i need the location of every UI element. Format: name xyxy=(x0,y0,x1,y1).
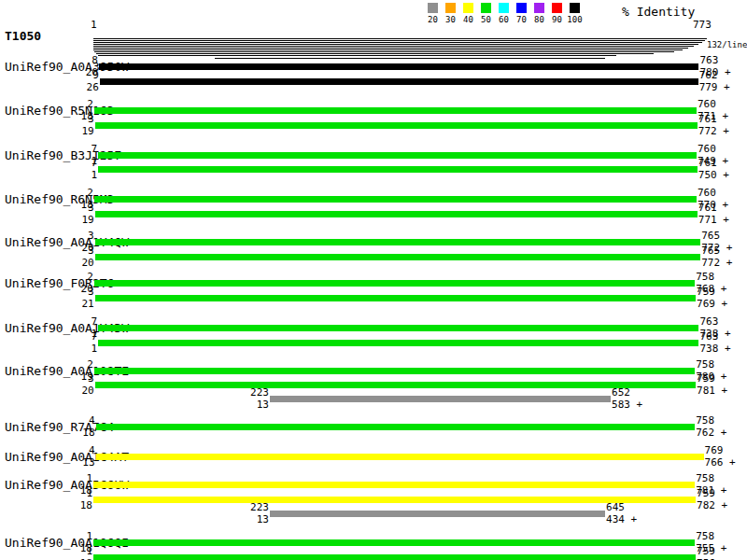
query-end-coord: 758 xyxy=(696,273,714,282)
alignment-bar xyxy=(93,554,696,560)
legend-color-swatch xyxy=(463,3,473,13)
query-start-coord: 8 xyxy=(60,56,98,65)
legend-color-swatch xyxy=(516,3,527,13)
alignment-bar xyxy=(98,152,697,159)
ruler-hatch-line xyxy=(93,46,694,47)
query-start-tick: 1 xyxy=(91,19,97,31)
query-start-coord: 3 xyxy=(56,246,94,256)
alignment-bar xyxy=(94,196,697,203)
ruler-hatch-line xyxy=(96,53,654,54)
alignment-bar xyxy=(96,454,704,460)
ruler-hatch-line xyxy=(93,42,702,43)
query-end-coord: 769 xyxy=(705,446,724,455)
legend-pct-value: 20 xyxy=(424,15,442,24)
query-start-coord: 7 xyxy=(59,317,97,327)
legend-pct-value: 90 xyxy=(548,15,566,24)
legend-title: % Identity xyxy=(622,5,695,19)
query-end-coord: 763 xyxy=(699,317,718,327)
hit-end-coord-and-strand: 772 + xyxy=(701,259,732,268)
query-start-coord: 1 xyxy=(54,547,92,556)
query-start-coord: 223 xyxy=(231,388,269,398)
hit-start-coord: 19 xyxy=(56,127,94,136)
hit-start-coord: 20 xyxy=(56,386,94,396)
alignment-bar xyxy=(98,325,698,331)
query-start-coord: 2 xyxy=(55,100,93,109)
hit-end-coord-and-strand: 762 + xyxy=(696,428,726,438)
query-start-coord: 2 xyxy=(55,360,93,370)
query-start-coord: 4 xyxy=(57,416,95,426)
query-end-coord: 763 xyxy=(699,56,718,65)
query-end-coord: 765 xyxy=(701,246,720,256)
hit-start-coord: 21 xyxy=(56,300,94,309)
alignment-bar xyxy=(94,368,695,374)
query-end-coord: 763 xyxy=(699,332,718,342)
legend-color-swatch xyxy=(570,3,580,13)
query-end-coord: 760 xyxy=(698,100,716,109)
alignment-bar xyxy=(100,78,698,85)
query-start-coord: 223 xyxy=(231,503,269,512)
query-start-coord: 7 xyxy=(59,145,97,154)
legend-pct-value: 60 xyxy=(495,15,513,24)
hit-start-coord: 18 xyxy=(57,428,95,438)
hit-start-coord: 13 xyxy=(231,515,269,525)
legend-color-swatch xyxy=(534,3,544,13)
hit-start-coord: 1 xyxy=(59,171,97,180)
alignment-bar xyxy=(95,295,696,301)
query-start-coord: 1 xyxy=(54,532,92,541)
query-start-coord: 3 xyxy=(56,231,94,241)
alignment-bar xyxy=(93,539,695,546)
query-start-coord: 3 xyxy=(56,203,94,213)
query-end-coord: 759 xyxy=(697,374,715,384)
query-start-coord: 1 xyxy=(54,474,92,483)
query-start-coord: 7 xyxy=(59,332,97,342)
ruler-hatch-line xyxy=(93,48,688,49)
query-end-coord: 758 xyxy=(696,474,714,483)
hit-end-coord-and-strand: 766 + xyxy=(705,458,736,468)
hit-end-coord-and-strand: 771 + xyxy=(698,216,729,225)
alignment-hit-map: T1050 % Identity 2030405060708090100 1 7… xyxy=(0,0,747,560)
legend-pct-value: 80 xyxy=(530,15,548,24)
hit-end-coord-and-strand: 782 + xyxy=(697,501,727,511)
alignment-bar xyxy=(96,424,696,430)
ruler-hatch-line xyxy=(93,49,683,50)
query-start-coord: 3 xyxy=(56,115,94,124)
hit-end-coord-and-strand: 772 + xyxy=(698,127,729,136)
legend-color-swatch xyxy=(445,3,456,13)
ruler-hatch-line xyxy=(93,40,705,41)
query-end-coord: 758 xyxy=(696,532,714,541)
alignment-bar xyxy=(95,122,698,129)
query-end-coord: 758 xyxy=(696,416,714,426)
hit-start-coord: 19 xyxy=(56,216,94,225)
query-start-coord: 3 xyxy=(56,287,94,297)
ruler-hatch-line xyxy=(94,51,674,52)
alignment-bar xyxy=(95,239,700,245)
legend-pct-value: 40 xyxy=(459,15,477,24)
alignment-bar xyxy=(98,166,698,173)
hit-start-coord: 20 xyxy=(56,259,94,268)
alignment-bar xyxy=(93,482,695,488)
hit-end-coord-and-strand: 750 + xyxy=(698,171,729,180)
hit-start-coord: 18 xyxy=(54,501,92,511)
query-end-coord: 758 xyxy=(696,360,714,370)
hit-start-coord: 1 xyxy=(59,344,97,354)
query-end-coord: 761 xyxy=(698,159,717,168)
query-end-coord: 759 xyxy=(697,489,715,498)
alignment-bar xyxy=(270,511,605,517)
query-end-coord: 760 xyxy=(698,145,716,154)
hit-end-coord-and-strand: 781 + xyxy=(697,386,727,396)
query-end-coord: 761 xyxy=(698,203,717,213)
ruler-hatch-line xyxy=(93,38,707,39)
hit-end-coord-and-strand: 779 + xyxy=(699,83,730,92)
query-end-coord: 760 xyxy=(698,189,716,198)
query-end-coord: 761 xyxy=(698,115,717,124)
query-end-coord: 759 xyxy=(697,547,715,556)
alignment-bar xyxy=(95,254,700,260)
alignment-bar xyxy=(98,340,698,346)
query-end-coord: 759 xyxy=(697,287,715,297)
query-start-coord: 7 xyxy=(59,159,97,168)
legend-color-swatch xyxy=(428,3,438,13)
wrap-per-line-label: 132/line xyxy=(707,40,747,49)
legend-pct-value: 100 xyxy=(566,15,584,24)
query-start-coord: 2 xyxy=(55,273,93,282)
ruler-hatch-line xyxy=(93,44,698,45)
